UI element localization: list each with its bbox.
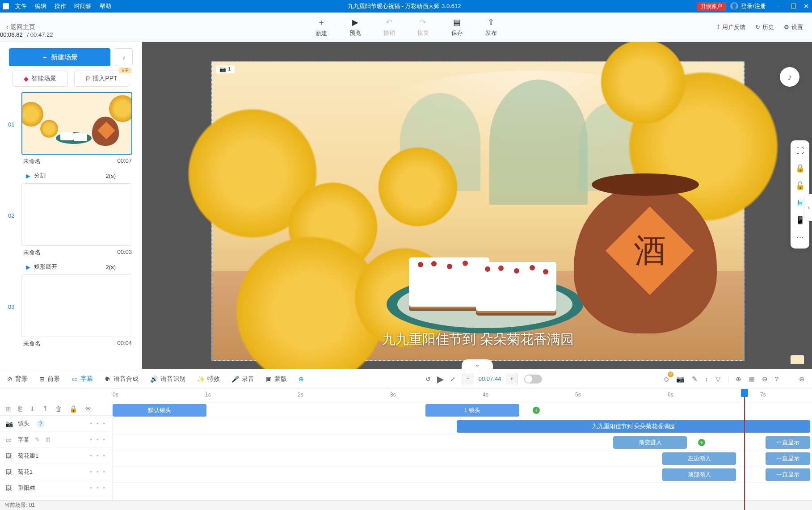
track-camera[interactable]: 默认镜头 1 镜头 + [113,402,812,418]
clip-camera-1[interactable]: 1 镜头 [425,404,519,417]
mobile-view-icon[interactable]: 📱 [795,215,805,225]
tb-label: 新建 [316,30,327,38]
add-track-icon[interactable]: ⊕ [736,375,741,383]
lock-open-icon[interactable]: 🔓 [795,181,805,190]
th-folder-icon[interactable]: ⎘ [18,405,22,413]
tab-fx[interactable]: ✨特效 [197,375,220,383]
feedback-button[interactable]: ⤴用户反馈 [717,23,745,31]
add-keyframe-button[interactable]: + [698,439,705,446]
keyframe-icon[interactable]: ◇ [664,375,669,383]
filter-icon[interactable]: ▽ [715,375,721,383]
tab-background[interactable]: ⊘背景 [7,375,28,383]
camera-kf-icon[interactable]: 📷 [676,375,685,383]
track-head-layer-1[interactable]: 🖼菊花1••• [0,464,112,480]
close-button[interactable]: ✕ [804,2,809,10]
track-head-camera[interactable]: 📷 镜头 ? ••• [0,416,112,432]
menu-help[interactable]: 帮助 [100,2,111,10]
lock-closed-icon[interactable]: 🔒 [795,164,805,173]
track-list-icon[interactable]: ▦ [749,375,755,383]
clip-default-camera[interactable]: 默认镜头 [113,404,206,417]
ruler-tick: 5s [575,392,581,398]
play-icon[interactable]: ▶ [437,374,444,384]
more-icon[interactable]: ⋯ [796,233,804,242]
time-minus-button[interactable]: − [462,373,474,385]
tab-subtitle[interactable]: ㏄字幕 [72,375,93,383]
settings-button[interactable]: ⚙设置 [784,23,803,31]
tab-mask[interactable]: ▣蒙版 [266,375,287,383]
zoom-out-tl-icon[interactable]: ⊖ [762,375,768,383]
auth-button[interactable]: 👤 登录/注册 [730,2,766,10]
clip-stay[interactable]: 一直显示 [766,436,810,449]
tb-label: 撤销 [383,29,395,37]
track-subtitle[interactable]: 九九重阳佳节到 朵朵菊花香满园 [113,418,812,434]
toolbar-preview-button[interactable]: ▶预览 [349,17,361,37]
desktop-view-icon[interactable]: 🖥 [796,198,804,207]
clip-stay[interactable]: 一直显示 [766,452,810,465]
track-head-layer-2[interactable]: 🖼重阳糕••• [0,480,112,496]
tab-record[interactable]: 🎤录音 [231,375,254,383]
fullscreen-icon[interactable]: ⤢ [450,375,455,383]
th-lock-icon[interactable]: 🔒 [69,405,78,413]
history-button[interactable]: ↻历史 [755,23,774,31]
music-float-button[interactable]: ♪ [780,67,799,87]
minimize-button[interactable]: — [777,2,783,10]
track-layer-2[interactable]: 顶部渐入 一直显示 [113,467,812,483]
track-layer-1[interactable]: 左边渐入 一直显示 [113,451,812,467]
more-tabs-icon[interactable]: ⊕ [299,375,304,383]
time-ruler[interactable]: 0s1s2s3s4s5s6s7s [113,389,812,402]
sub-del-icon[interactable]: 🗑 [45,436,51,443]
back-home-button[interactable]: ‹ 返回主页 [6,23,35,31]
fit-screen-icon[interactable]: ⛶ [796,147,804,156]
ruler-tick: 3s [390,392,396,398]
menu-edit[interactable]: 编辑 [35,2,46,10]
expand-right-handle[interactable]: ‹ [805,194,812,221]
timeline-panel: ⊘背景 ⊞前景 ㏄字幕 🗣语音合成 🔊语音识别 ✨特效 🎤录音 ▣蒙版 ⊕ ↺ … [0,369,812,510]
fg-icon: ⊞ [39,375,45,383]
tab-tts[interactable]: 🗣语音合成 [105,375,139,383]
snap-toggle[interactable] [524,375,542,384]
menu-file[interactable]: 文件 [15,2,27,10]
toolbar-save-button[interactable]: ▤保存 [451,17,463,37]
menu-timeline[interactable]: 时间轴 [74,2,92,10]
track-layer-0[interactable]: 渐变进入 + 一直显示 [113,434,812,451]
clip-enter[interactable]: 左边渐入 [662,452,736,465]
tab-asr[interactable]: 🔊语音识别 [150,375,185,383]
cake-2 [476,262,556,311]
canvas[interactable]: 📷 1 酒 九九重阳佳节到 朵朵菊花香满园 [211,61,745,361]
upgrade-button[interactable]: 升级账户 [697,2,726,11]
th-eye-icon[interactable]: 👁 [85,405,92,413]
th-delete-icon[interactable]: 🗑 [55,405,62,413]
clip-enter[interactable]: 渐变进入 [613,436,687,449]
toolbar-new-button[interactable]: ＋新建 [316,17,327,38]
clip-enter[interactable]: 顶部渐入 [662,468,736,481]
time-field[interactable] [474,373,506,385]
toolbar-publish-button[interactable]: ⇧发布 [485,17,497,37]
help-icon[interactable]: ? [37,420,45,428]
tab-foreground[interactable]: ⊞前景 [39,375,60,383]
track-head-subtitle[interactable]: ㏄ 字幕 ✎ 🗑 ••• [0,432,112,448]
minimap[interactable] [791,355,804,364]
th-down-icon[interactable]: ⤓ [29,405,35,413]
subtitle-track-icon: ㏄ [5,436,13,444]
add-right-icon[interactable]: ⊕ [799,375,805,383]
track-head-layer-0[interactable]: 🖼菊花瓣1••• [0,448,112,464]
clip-subtitle[interactable]: 九九重阳佳节到 朵朵菊花香满园 [457,420,810,433]
maximize-button[interactable]: ☐ [791,2,796,10]
tab-bg-label: 背景 [15,375,28,383]
add-keyframe-button[interactable]: + [533,407,540,414]
edit-icon[interactable]: ✎ [692,375,698,383]
mini-icon: ⚙ [784,24,789,30]
clip-stay[interactable]: 一直显示 [766,468,810,481]
sort-icon[interactable]: ↕ [705,375,708,383]
rewind-icon[interactable]: ↺ [425,375,431,383]
menu-action[interactable]: 操作 [55,2,66,10]
collapse-canvas-button[interactable]: ⌄ [462,359,493,369]
bg-icon: ⊘ [7,375,13,383]
th-up-icon[interactable]: ⤒ [42,405,48,413]
help-tl-icon[interactable]: ? [775,375,778,383]
sub-edit-icon[interactable]: ✎ [35,436,40,443]
playhead[interactable] [744,389,745,510]
time-plus-button[interactable]: + [506,373,517,385]
camera-track-icon: 📷 [5,420,13,427]
th-add-icon[interactable]: ⊞ [5,405,11,413]
